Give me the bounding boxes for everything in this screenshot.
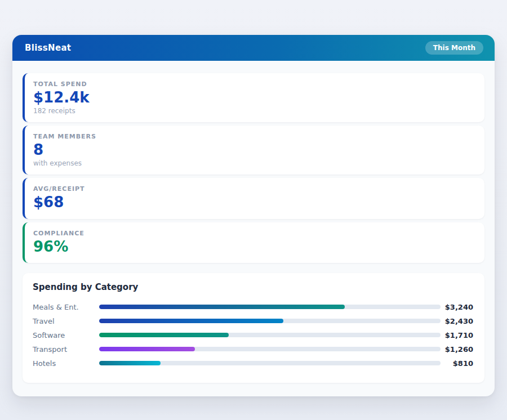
- stat-label: TOTAL SPEND: [33, 81, 474, 88]
- category-value: $3,240: [441, 303, 473, 311]
- stat-label: AVG/RECEIPT: [33, 185, 474, 193]
- category-row-software: Software $1,710: [33, 328, 473, 342]
- category-row-transport: Transport $1,260: [33, 342, 473, 356]
- stat-card-avg-receipt: AVG/RECEIPT $68: [23, 178, 484, 218]
- stat-value: 8: [33, 141, 474, 159]
- spending-by-category-card: Spending by Category Meals & Ent. $3,240…: [23, 273, 484, 383]
- category-bar-track: [99, 333, 441, 337]
- category-value: $1,710: [441, 331, 473, 339]
- category-value: $2,430: [441, 317, 473, 325]
- stat-card-team-members: TEAM MEMBERS 8 with expenses: [23, 126, 484, 175]
- category-bar-fill: [99, 361, 161, 365]
- category-label: Software: [33, 331, 99, 339]
- stat-subtext: 182 receipts: [33, 107, 474, 115]
- stat-subtext: with expenses: [33, 159, 474, 167]
- category-row-travel: Travel $2,430: [33, 314, 473, 328]
- stat-label: TEAM MEMBERS: [33, 133, 474, 140]
- spending-card-title: Spending by Category: [33, 282, 473, 292]
- category-value: $810: [441, 359, 473, 368]
- stats-section: TOTAL SPEND $12.4k 182 receipts TEAM MEM…: [23, 73, 484, 263]
- stat-value: 96%: [33, 238, 474, 256]
- stat-value: $68: [33, 194, 474, 211]
- category-bar-fill: [99, 347, 195, 351]
- app-card: BlissNeat This Month TOTAL SPEND $12.4k …: [12, 35, 495, 396]
- stat-label: COMPLIANCE: [33, 230, 474, 237]
- stat-card-total-spend: TOTAL SPEND $12.4k 182 receipts: [23, 73, 484, 122]
- stat-value: $12.4k: [33, 89, 474, 106]
- category-label: Transport: [33, 345, 99, 354]
- stat-card-compliance: COMPLIANCE 96%: [23, 222, 484, 263]
- category-bar-fill: [99, 319, 283, 323]
- category-bar-fill: [99, 333, 229, 337]
- period-badge[interactable]: This Month: [425, 41, 483, 55]
- category-bar-track: [99, 347, 441, 351]
- category-label: Travel: [33, 317, 99, 325]
- category-bar-track: [99, 361, 441, 365]
- dashboard-content: TOTAL SPEND $12.4k 182 receipts TEAM MEM…: [12, 61, 495, 396]
- category-bar-track: [99, 305, 441, 309]
- app-header: BlissNeat This Month: [12, 35, 495, 61]
- app-title: BlissNeat: [25, 43, 71, 53]
- category-value: $1,260: [441, 345, 473, 354]
- category-label: Meals & Ent.: [33, 303, 99, 311]
- category-bar-track: [99, 319, 441, 323]
- category-bar-fill: [99, 305, 345, 309]
- category-label: Hotels: [33, 359, 99, 368]
- category-row-hotels: Hotels $810: [33, 356, 473, 370]
- category-row-meals: Meals & Ent. $3,240: [33, 300, 473, 314]
